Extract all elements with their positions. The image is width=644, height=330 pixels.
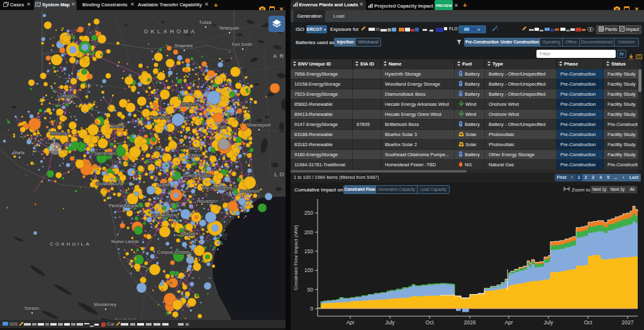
svg-text:Beaumont: Beaumont (240, 189, 260, 193)
svg-text:Ciudad Acuña: Ciudad Acuña (96, 181, 123, 186)
svg-text:Lubbock: Lubbock (57, 93, 77, 99)
svg-text:2027: 2027 (622, 319, 634, 326)
svg-text:Tyler: Tyler (217, 125, 227, 130)
svg-text:Houston: Houston (197, 198, 216, 204)
svg-text:Tahlequah: Tahlequah (219, 26, 239, 31)
svg-text:ARKANSAS: ARKANSAS (273, 53, 286, 59)
svg-text:Constraint Flow Impact (MW): Constraint Flow Impact (MW) (293, 225, 299, 290)
svg-text:LOUISIANA: LOUISIANA (274, 171, 286, 178)
svg-text:Fort Smith: Fort Smith (232, 42, 252, 47)
svg-text:Beeville: Beeville (182, 232, 196, 236)
svg-text:0: 0 (310, 305, 313, 312)
svg-text:Fort Worth: Fort Worth (150, 115, 171, 120)
svg-text:2026: 2026 (464, 319, 476, 326)
svg-text:San Angelo: San Angelo (94, 151, 117, 156)
svg-text:Apr: Apr (346, 319, 354, 326)
svg-text:Oct: Oct (584, 319, 592, 326)
svg-text:Waco: Waco (189, 146, 200, 151)
svg-text:T E X: T E X (140, 146, 180, 153)
svg-text:McKinney: McKinney (182, 102, 201, 107)
svg-text:College Station: College Station (183, 173, 213, 178)
svg-text:Monterrey: Monterrey (94, 302, 116, 307)
svg-text:100: 100 (304, 267, 313, 273)
svg-text:Midland: Midland (50, 131, 66, 135)
svg-text:COAHUILA: COAHUILA (50, 241, 91, 247)
svg-text:Shreveport: Shreveport (246, 122, 271, 128)
svg-text:Nuevo Laredo: Nuevo Laredo (111, 239, 139, 244)
svg-text:Tulsa: Tulsa (199, 20, 211, 25)
svg-text:50: 50 (308, 287, 314, 293)
svg-text:San Antonio: San Antonio (151, 212, 179, 218)
svg-text:Torreón: Torreón (24, 306, 39, 310)
svg-text:Shawnee: Shawnee (174, 43, 192, 48)
svg-text:Oct: Oct (425, 319, 434, 326)
svg-text:200: 200 (304, 229, 313, 236)
svg-text:Killeen: Killeen (188, 153, 201, 157)
svg-text:150: 150 (304, 248, 313, 254)
svg-text:Austin: Austin (157, 182, 170, 188)
svg-text:Apr: Apr (504, 319, 513, 326)
svg-text:Piedras Negras: Piedras Negras (109, 203, 140, 208)
svg-text:July: July (543, 319, 553, 326)
svg-text:Marfa: Marfa (13, 151, 25, 155)
svg-text:Corpus Christi: Corpus Christi (157, 249, 189, 255)
svg-text:250: 250 (304, 210, 313, 216)
svg-text:July: July (385, 319, 395, 326)
svg-text:Abilene: Abilene (110, 124, 125, 128)
svg-text:The Woodlands: The Woodlands (202, 186, 233, 190)
svg-text:OKLAHOMA: OKLAHOMA (144, 28, 197, 35)
